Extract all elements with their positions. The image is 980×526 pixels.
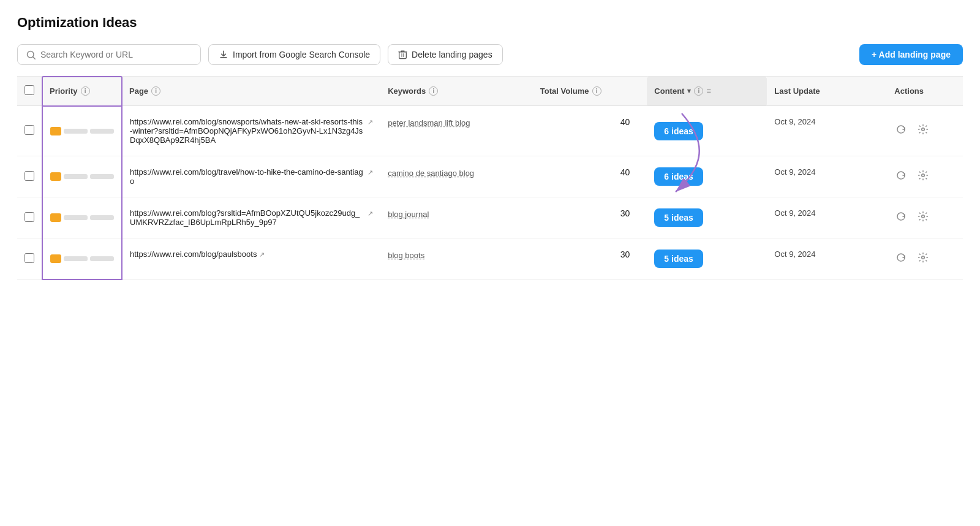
page-url-link[interactable]: https://www.rei.com/blog/travel/how-to-h…: [130, 167, 373, 186]
priority-bar: [50, 213, 114, 222]
external-link-icon: ↗: [368, 118, 373, 126]
actions-cell: [887, 106, 963, 156]
priority-empty-bar2: [90, 174, 114, 179]
page-cell: https://www.rei.com/blog/travel/how-to-h…: [122, 156, 380, 197]
row-checkbox-cell: [17, 106, 42, 156]
priority-bar: [50, 172, 114, 181]
volume-cell: 40: [533, 156, 647, 197]
priority-empty-bar2: [90, 256, 114, 261]
refresh-button[interactable]: [894, 210, 908, 226]
priority-empty-bar: [64, 174, 88, 179]
page-info-icon[interactable]: i: [151, 86, 160, 96]
row-checkbox[interactable]: [24, 212, 34, 222]
external-link-icon: ↗: [368, 210, 373, 218]
settings-button[interactable]: [916, 251, 930, 267]
svg-rect-2: [399, 52, 407, 59]
settings-button[interactable]: [916, 123, 930, 139]
keyword-link[interactable]: camino de santiago blog: [388, 169, 474, 178]
delete-label: Delete landing pages: [412, 50, 492, 59]
priority-empty-bar: [64, 215, 88, 220]
settings-button[interactable]: [916, 169, 930, 185]
keyword-link[interactable]: peter landsman lift blog: [388, 118, 470, 128]
data-table: Priority i Page i Keywords i: [17, 76, 963, 280]
ideas-badge[interactable]: 6 ideas: [654, 167, 703, 186]
search-icon: [26, 50, 36, 59]
priority-bar: [50, 127, 114, 135]
last-update-cell: Oct 9, 2024: [767, 156, 887, 197]
refresh-button[interactable]: [894, 251, 908, 267]
last-update-cell: Oct 9, 2024: [767, 197, 887, 238]
content-header-label: Content: [654, 86, 684, 96]
actions-label: Actions: [894, 86, 924, 96]
import-label: Import from Google Search Console: [233, 50, 370, 59]
priority-filled-bar: [50, 172, 61, 181]
select-all-header: [17, 77, 42, 106]
page-cell: https://www.rei.com/blog?srsltid=AfmBOop…: [122, 197, 380, 238]
svg-point-9: [922, 256, 925, 259]
last-update-cell: Oct 9, 2024: [767, 106, 887, 156]
row-checkbox[interactable]: [24, 253, 34, 263]
page-cell: https://www.rei.com/blog/paulsboots ↗: [122, 238, 380, 280]
page-url-link[interactable]: https://www.rei.com/blog/snowsports/what…: [130, 117, 373, 145]
content-cell: 6 ideas: [647, 106, 767, 156]
volume-cell: 30: [533, 197, 647, 238]
priority-cell: [42, 106, 122, 156]
ideas-badge[interactable]: 5 ideas: [654, 208, 703, 227]
keywords-info-icon[interactable]: i: [429, 86, 438, 96]
svg-line-1: [33, 56, 35, 58]
row-checkbox[interactable]: [24, 125, 34, 135]
content-info-icon[interactable]: i: [694, 86, 703, 96]
page-url-text: https://www.rei.com/blog?srsltid=AfmBOop…: [130, 208, 365, 227]
import-button[interactable]: Import from Google Search Console: [208, 44, 380, 65]
keyword-cell: camino de santiago blog: [380, 156, 533, 197]
page-url-text: https://www.rei.com/blog/snowsports/what…: [130, 117, 365, 145]
page-url-link[interactable]: https://www.rei.com/blog?srsltid=AfmBOop…: [130, 208, 373, 227]
actions-wrap: [894, 210, 956, 226]
refresh-icon: [895, 124, 907, 135]
keyword-cell: blog boots: [380, 238, 533, 280]
actions-header: Actions: [887, 77, 963, 106]
import-icon: [219, 50, 228, 59]
priority-empty-bar: [64, 256, 88, 261]
page-header-label: Page: [129, 86, 148, 96]
keywords-header: Keywords i: [380, 77, 533, 106]
last-update-label: Last Update: [774, 86, 820, 96]
keyword-link[interactable]: blog journal: [388, 210, 429, 219]
settings-button[interactable]: [916, 210, 930, 226]
priority-cell: [42, 156, 122, 197]
page-header: Page i: [122, 77, 380, 106]
volume-info-icon[interactable]: i: [592, 86, 601, 96]
external-link-icon: ↗: [368, 169, 373, 177]
ideas-badge[interactable]: 5 ideas: [654, 250, 703, 268]
add-landing-page-button[interactable]: + Add landing page: [859, 44, 963, 65]
page-url-text: https://www.rei.com/blog/paulsboots: [130, 250, 257, 259]
content-chevron-icon[interactable]: ▾: [687, 87, 691, 95]
priority-info-icon[interactable]: i: [81, 86, 90, 96]
priority-filled-bar: [50, 127, 61, 135]
content-filter-icon[interactable]: ≡: [706, 86, 711, 96]
priority-empty-bar2: [90, 129, 114, 134]
keyword-cell: peter landsman lift blog: [380, 106, 533, 156]
page-url-link[interactable]: https://www.rei.com/blog/paulsboots ↗: [130, 250, 265, 259]
select-all-checkbox[interactable]: [24, 85, 34, 95]
ideas-badge[interactable]: 6 ideas: [654, 122, 703, 140]
settings-icon: [918, 124, 929, 135]
refresh-button[interactable]: [894, 123, 908, 139]
priority-filled-bar: [50, 213, 61, 222]
search-input[interactable]: [40, 50, 192, 59]
actions-wrap: [894, 123, 956, 139]
settings-icon: [918, 170, 929, 181]
priority-header-label: Priority: [50, 86, 78, 96]
last-update-cell: Oct 9, 2024: [767, 238, 887, 280]
keyword-link[interactable]: blog boots: [388, 251, 424, 260]
add-label: + Add landing page: [872, 50, 951, 59]
actions-cell: [887, 238, 963, 280]
refresh-button[interactable]: [894, 169, 908, 185]
delete-button[interactable]: Delete landing pages: [388, 44, 503, 65]
svg-point-7: [922, 173, 925, 177]
actions-wrap: [894, 169, 956, 185]
last-update-header: Last Update: [767, 77, 887, 106]
volume-cell: 30: [533, 238, 647, 280]
row-checkbox[interactable]: [24, 171, 34, 181]
keyword-cell: blog journal: [380, 197, 533, 238]
